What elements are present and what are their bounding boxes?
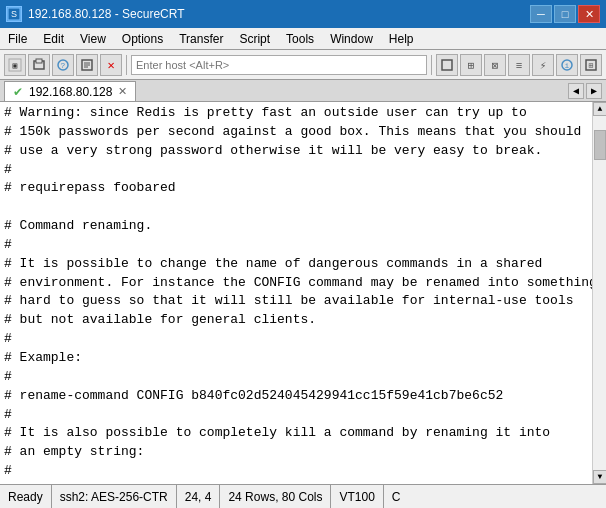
svg-text:S: S [11,9,17,19]
toolbar-btn-8[interactable]: ⊠ [484,54,506,76]
status-position: 24, 4 [177,485,221,508]
status-terminal: VT100 [331,485,383,508]
svg-text:⚡: ⚡ [540,60,547,72]
menu-help[interactable]: Help [381,28,422,49]
tab-check-icon: ✔ [13,85,23,99]
session-tab[interactable]: ✔ 192.168.80.128 ✕ [4,81,136,101]
toolbar-btn-6[interactable] [436,54,458,76]
toolbar-btn-9[interactable]: ≡ [508,54,530,76]
title-bar: S 192.168.80.128 - SecureCRT ─ □ ✕ [0,0,606,28]
svg-text:⊠: ⊠ [492,60,499,72]
title-bar-left: S 192.168.80.128 - SecureCRT [6,6,185,22]
tab-bar: ✔ 192.168.80.128 ✕ ◀ ▶ [0,80,606,102]
tab-close-button[interactable]: ✕ [118,85,127,98]
scroll-down-button[interactable]: ▼ [593,470,606,484]
toolbar-btn-4[interactable] [76,54,98,76]
scroll-up-button[interactable]: ▲ [593,102,606,116]
menu-script[interactable]: Script [231,28,278,49]
svg-text:?: ? [61,61,66,70]
app-icon: S [6,6,22,22]
minimize-button[interactable]: ─ [530,5,552,23]
window-title: 192.168.80.128 - SecureCRT [28,7,185,21]
menu-options[interactable]: Options [114,28,171,49]
tab-navigation: ◀ ▶ [568,83,606,101]
toolbar-sep-2 [431,55,432,75]
menu-tools[interactable]: Tools [278,28,322,49]
close-button[interactable]: ✕ [578,5,600,23]
menu-window[interactable]: Window [322,28,381,49]
toolbar-sep-1 [126,55,127,75]
status-ssh: ssh2: AES-256-CTR [52,485,177,508]
terminal-content: # Warning: since Redis is pretty fast an… [4,104,602,484]
svg-text:⊞: ⊞ [589,61,594,70]
toolbar-btn-7[interactable]: ⊞ [460,54,482,76]
status-ready: Ready [0,485,52,508]
tab-label: 192.168.80.128 [29,85,112,99]
menu-bar: File Edit View Options Transfer Script T… [0,28,606,50]
toolbar-btn-10[interactable]: ⚡ [532,54,554,76]
svg-text:⊞: ⊞ [468,60,475,72]
svg-text:i: i [565,61,570,70]
title-controls: ─ □ ✕ [530,5,600,23]
status-caps: C [384,485,606,508]
menu-transfer[interactable]: Transfer [171,28,231,49]
tab-prev-button[interactable]: ◀ [568,83,584,99]
menu-edit[interactable]: Edit [35,28,72,49]
toolbar-btn-3[interactable]: ? [52,54,74,76]
toolbar-btn-5[interactable]: ✕ [100,54,122,76]
toolbar: ▣ ? ✕ ⊞ ⊠ ≡ ⚡ i ⊞ [0,50,606,80]
toolbar-btn-11[interactable]: i [556,54,578,76]
svg-rect-5 [36,59,42,63]
toolbar-btn-12[interactable]: ⊞ [580,54,602,76]
svg-rect-13 [442,60,452,70]
tab-next-button[interactable]: ▶ [586,83,602,99]
menu-file[interactable]: File [0,28,35,49]
status-dimensions: 24 Rows, 80 Cols [220,485,331,508]
toolbar-btn-1[interactable]: ▣ [4,54,26,76]
status-bar: Ready ssh2: AES-256-CTR 24, 4 24 Rows, 8… [0,484,606,508]
svg-text:▣: ▣ [13,61,18,70]
terminal-area[interactable]: # Warning: since Redis is pretty fast an… [0,102,606,484]
menu-view[interactable]: View [72,28,114,49]
toolbar-btn-2[interactable] [28,54,50,76]
svg-text:✕: ✕ [107,59,114,72]
maximize-button[interactable]: □ [554,5,576,23]
svg-text:≡: ≡ [516,60,523,72]
address-input[interactable] [131,55,427,75]
scroll-thumb[interactable] [594,130,606,160]
scrollbar[interactable]: ▲ ▼ [592,102,606,484]
